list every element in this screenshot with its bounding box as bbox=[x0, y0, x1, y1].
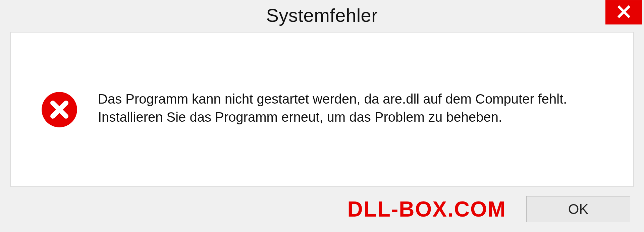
close-button[interactable] bbox=[605, 0, 642, 24]
error-message: Das Programm kann nicht gestartet werden… bbox=[98, 90, 603, 129]
content-panel: Das Programm kann nicht gestartet werden… bbox=[10, 32, 634, 187]
titlebar: Systemfehler bbox=[0, 0, 644, 32]
brand-text: DLL-BOX.COM bbox=[347, 198, 506, 220]
footer: DLL-BOX.COM OK bbox=[0, 187, 644, 232]
system-error-dialog: Systemfehler Das Programm kann nicht ges… bbox=[0, 0, 644, 232]
ok-button[interactable]: OK bbox=[526, 196, 630, 222]
error-icon bbox=[41, 91, 78, 128]
close-icon bbox=[617, 5, 631, 20]
dialog-title: Systemfehler bbox=[266, 0, 378, 26]
